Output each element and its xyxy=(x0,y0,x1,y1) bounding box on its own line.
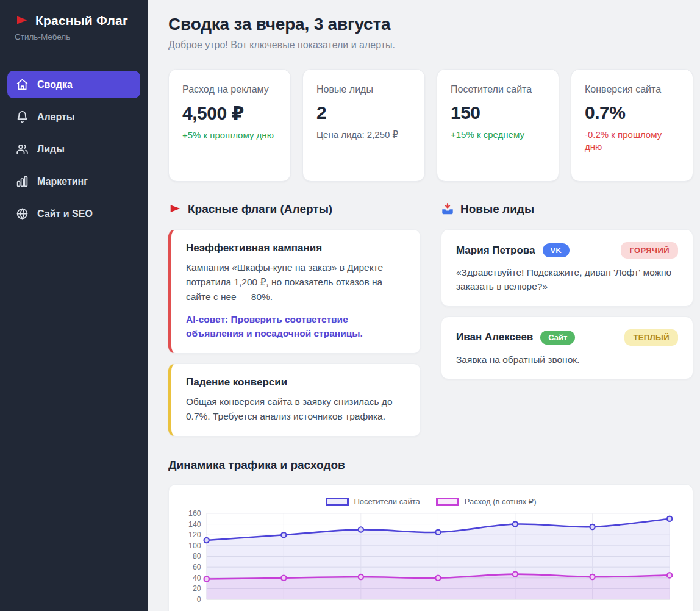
kpi-delta: +15% к среднему xyxy=(451,129,545,141)
sidebar: Красный Флаг Стиль-Мебель Сводка Алерты … xyxy=(0,0,148,611)
sidebar-item-label: Лиды xyxy=(37,144,65,155)
kpi-grid: Расход на рекламу 4,500 ₽ +5% к прошлому… xyxy=(168,69,693,182)
legend-item[interactable]: Расход (в сотнях ₽) xyxy=(436,497,537,506)
sidebar-item-icon xyxy=(16,207,29,220)
alerts-list: Неэффективная кампания Кампания «Шкафы-к… xyxy=(168,229,421,437)
legend-label: Расход (в сотнях ₽) xyxy=(465,497,537,506)
app-title: Красный Флаг xyxy=(35,13,128,28)
chart-section: Динамика трафика и расходов Посетители с… xyxy=(168,459,693,611)
alert-title: Падение конверсии xyxy=(186,376,405,388)
chart-legend: Посетители сайтаРасход (в сотнях ₽) xyxy=(177,495,684,507)
alert-card: Падение конверсии Общая конверсия сайта … xyxy=(168,363,421,437)
kpi-label: Конверсия сайта xyxy=(585,83,679,96)
alerts-section-title-text: Красные флаги (Алерты) xyxy=(188,202,332,216)
sidebar-item[interactable]: Алерты xyxy=(7,103,140,130)
app-root: Красный Флаг Стиль-Мебель Сводка Алерты … xyxy=(0,0,700,611)
kpi-label: Новые лиды xyxy=(316,83,411,96)
sidebar-item-label: Сводка xyxy=(37,79,73,90)
alert-title: Неэффективная кампания xyxy=(186,242,405,254)
kpi-card: Посетители сайта 150 +15% к среднему xyxy=(437,69,559,182)
legend-swatch xyxy=(436,498,459,506)
chart-card: Посетители сайтаРасход (в сотнях ₽) 0204… xyxy=(168,484,693,611)
main-content: Сводка за вчера, 3 августа Доброе утро! … xyxy=(148,0,700,611)
alert-ai-advice: AI-совет: Проверить соответствие объявле… xyxy=(186,312,405,341)
sidebar-nav: Сводка Алерты Лиды Маркетинг xyxy=(7,71,140,227)
leads-section: Новые лиды Мария Петрова VK ГОРЯЧИЙ «Здр… xyxy=(441,202,693,437)
sidebar-item-icon xyxy=(16,143,29,155)
legend-item[interactable]: Посетители сайта xyxy=(326,497,420,506)
alerts-section: Красные флаги (Алерты) Неэффективная кам… xyxy=(168,202,421,437)
lead-card[interactable]: Иван Алексеев Сайт ТЕПЛЫЙ Заявка на обра… xyxy=(441,316,693,379)
alert-body: Общая конверсия сайта в заявку снизилась… xyxy=(186,395,405,424)
alerts-section-title: Красные флаги (Алерты) xyxy=(168,202,421,216)
sidebar-item[interactable]: Лиды xyxy=(7,135,140,163)
lead-temperature-badge: ГОРЯЧИЙ xyxy=(621,242,678,259)
svg-text:20: 20 xyxy=(193,584,201,593)
leads-list: Мария Петрова VK ГОРЯЧИЙ «Здравствуйте! … xyxy=(441,229,693,379)
sidebar-item-label: Алерты xyxy=(37,112,74,123)
chart-section-title: Динамика трафика и расходов xyxy=(168,459,693,472)
sidebar-item-icon xyxy=(16,110,29,123)
kpi-value: 2 xyxy=(316,102,411,123)
svg-text:120: 120 xyxy=(188,531,201,539)
kpi-card: Конверсия сайта 0.7% -0.2% к прошлому дн… xyxy=(571,69,693,182)
sidebar-item[interactable]: Маркетинг xyxy=(7,168,140,195)
lead-message: Заявка на обратный звонок. xyxy=(456,352,678,366)
svg-text:100: 100 xyxy=(188,541,201,549)
sidebar-item-label: Маркетинг xyxy=(37,176,88,187)
sidebar-item[interactable]: Сводка xyxy=(7,71,140,98)
legend-swatch xyxy=(326,498,349,506)
sidebar-item[interactable]: Сайт и SEO xyxy=(7,200,140,227)
lead-header: Мария Петрова VK ГОРЯЧИЙ xyxy=(456,242,678,259)
kpi-value: 150 xyxy=(451,102,545,123)
lead-message: «Здравствуйте! Подскажите, диван 'Лофт' … xyxy=(456,265,678,294)
red-flag-icon xyxy=(168,202,182,216)
kpi-delta: -0.2% к прошлому дню xyxy=(585,129,679,154)
lead-source-badge: VK xyxy=(543,243,570,257)
middle-columns: Красные флаги (Алерты) Неэффективная кам… xyxy=(168,202,693,437)
kpi-value: 4,500 ₽ xyxy=(182,102,277,124)
svg-text:140: 140 xyxy=(188,520,201,528)
kpi-value: 0.7% xyxy=(585,102,679,123)
kpi-delta: +5% к прошлому дню xyxy=(182,129,277,141)
svg-text:80: 80 xyxy=(193,552,201,560)
page-title: Сводка за вчера, 3 августа xyxy=(168,15,693,34)
kpi-card: Новые лиды 2 Цена лида: 2,250 ₽ xyxy=(302,69,425,182)
traffic-chart-svg: 02040608010012014016028 июл29 июл30 июл3… xyxy=(177,507,684,611)
leads-section-title-text: Новые лиды xyxy=(460,202,534,216)
sidebar-item-icon xyxy=(16,78,29,91)
sidebar-item-icon xyxy=(16,175,29,188)
kpi-label: Расход на рекламу xyxy=(182,83,277,96)
svg-text:160: 160 xyxy=(188,509,201,517)
legend-label: Посетители сайта xyxy=(354,497,420,506)
lead-name: Мария Петрова xyxy=(456,245,535,257)
kpi-delta: Цена лида: 2,250 ₽ xyxy=(316,129,411,141)
lead-card[interactable]: Мария Петрова VK ГОРЯЧИЙ «Здравствуйте! … xyxy=(441,229,693,307)
alert-card: Неэффективная кампания Кампания «Шкафы-к… xyxy=(168,229,421,354)
kpi-card: Расход на рекламу 4,500 ₽ +5% к прошлому… xyxy=(168,69,291,182)
lead-source-badge: Сайт xyxy=(540,331,575,345)
leads-section-title: Новые лиды xyxy=(441,202,693,216)
logo: Красный Флаг xyxy=(7,13,140,28)
lead-name: Иван Алексеев xyxy=(456,331,533,343)
inbox-icon xyxy=(441,202,454,216)
alert-body: Кампания «Шкафы-купе на заказ» в Директе… xyxy=(186,260,405,304)
svg-text:0: 0 xyxy=(197,595,201,604)
lead-header: Иван Алексеев Сайт ТЕПЛЫЙ xyxy=(456,329,678,346)
sidebar-item-label: Сайт и SEO xyxy=(37,209,93,220)
red-flag-icon xyxy=(15,13,29,28)
lead-temperature-badge: ТЕПЛЫЙ xyxy=(624,329,678,346)
svg-text:40: 40 xyxy=(193,573,201,582)
svg-text:60: 60 xyxy=(193,563,201,571)
app-subtitle: Стиль-Мебель xyxy=(7,28,140,41)
kpi-label: Посетители сайта xyxy=(451,83,545,96)
page-subtitle: Доброе утро! Вот ключевые показатели и а… xyxy=(168,40,693,51)
